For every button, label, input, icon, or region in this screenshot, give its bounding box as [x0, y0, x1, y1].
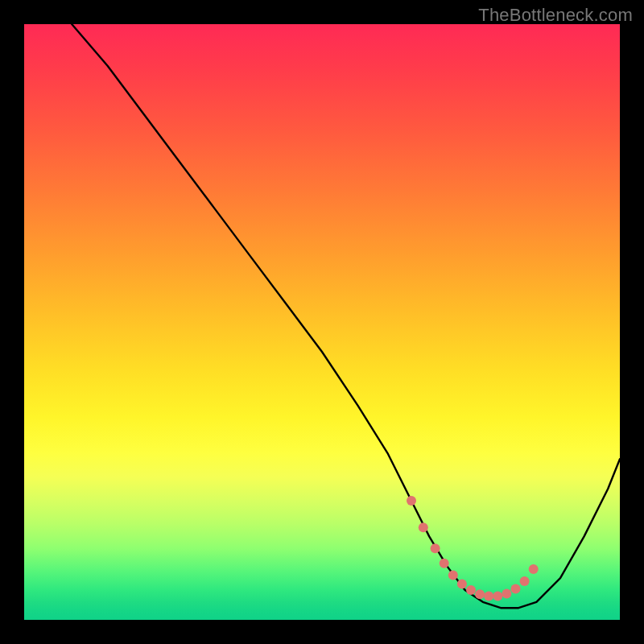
- chart-frame: TheBottleneck.com: [0, 0, 644, 644]
- optimum-marker: [407, 496, 416, 506]
- optimum-marker: [529, 564, 539, 574]
- optimum-marker: [520, 576, 530, 586]
- optimum-marker: [448, 571, 458, 580]
- curve-svg: [24, 24, 620, 620]
- bottleneck-curve: [72, 24, 620, 608]
- optimum-marker: [511, 584, 521, 594]
- optimum-marker: [484, 591, 493, 601]
- watermark-text: TheBottleneck.com: [478, 5, 633, 26]
- optimum-marker: [419, 522, 428, 532]
- plot-area: [24, 24, 620, 620]
- optimum-marker: [493, 591, 502, 601]
- optimum-zone-dots: [407, 496, 539, 601]
- optimum-marker: [475, 589, 485, 599]
- optimum-marker: [431, 543, 440, 553]
- optimum-marker: [502, 588, 511, 598]
- optimum-marker: [466, 585, 476, 595]
- optimum-marker: [440, 559, 449, 568]
- optimum-marker: [457, 580, 467, 589]
